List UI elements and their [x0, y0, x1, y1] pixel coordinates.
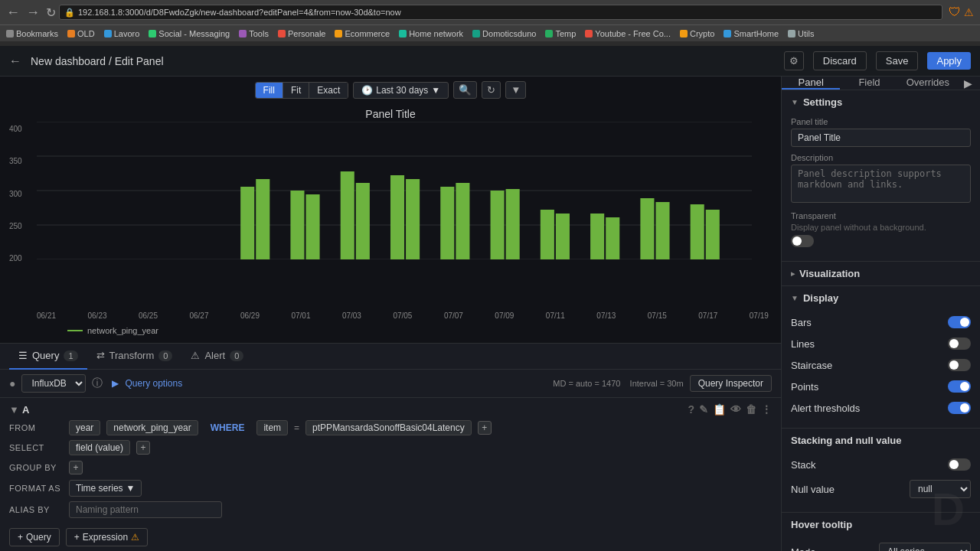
add-select-button[interactable]: + [136, 441, 150, 455]
save-button[interactable]: Save [876, 51, 919, 70]
add-group-by-button[interactable]: + [69, 461, 83, 474]
info-icon[interactable]: ⓘ [92, 377, 103, 390]
field-value[interactable]: field (value) [69, 440, 130, 455]
expand-panel-button[interactable]: ▶ [957, 77, 980, 90]
format-select[interactable]: Time series ▼ [69, 480, 142, 497]
bookmark-domo[interactable]: Domoticsduno [472, 29, 536, 38]
settings-icon-button[interactable]: ⚙ [784, 51, 804, 70]
delete-icon[interactable]: 🗑 [746, 403, 756, 416]
query-inspector-button[interactable]: Query Inspector [690, 375, 772, 392]
visualization-header[interactable]: ▸ Visualization [782, 262, 980, 285]
bar [390, 175, 404, 259]
bookmark-temp[interactable]: Temp [545, 29, 576, 38]
bookmark-smarthome[interactable]: SmartHome [724, 29, 779, 38]
clock-icon: 🕑 [361, 85, 373, 96]
datasource-icon[interactable]: ● [9, 377, 15, 390]
expand-icon[interactable]: ▶ [112, 378, 119, 389]
forward-nav[interactable]: → [26, 5, 40, 21]
help-icon[interactable]: ? [688, 403, 694, 416]
query-builder: ▼ A ? ✎ 📋 👁 🗑 ⋮ FROM [0, 398, 781, 523]
x-label: 06/21 [37, 311, 56, 320]
tab-field[interactable]: Field [840, 77, 898, 90]
bookmark-lavoro[interactable]: Lavoro [104, 29, 140, 38]
search-time-button[interactable]: 🔍 [453, 81, 477, 99]
tab-overrides[interactable]: Overrides [899, 77, 957, 90]
stack-toggle[interactable] [948, 458, 971, 471]
chart-area: Panel Title [6, 103, 775, 343]
bookmark-social[interactable]: Social - Messaging [149, 29, 230, 38]
shield-icon: 🛡 [949, 5, 961, 19]
staircase-toggle[interactable] [948, 359, 971, 371]
plus-icon: + [74, 532, 80, 543]
bookmark-bookmarks[interactable]: Bookmarks [6, 29, 58, 38]
points-toggle[interactable] [948, 380, 971, 393]
watermark: D [932, 483, 965, 536]
discard-button[interactable]: Discard [813, 51, 867, 70]
query-options-link[interactable]: Query options [125, 378, 182, 389]
tab-alert[interactable]: ⚠ Alert 0 [181, 344, 253, 370]
transparent-sub: Display panel without a background. [791, 223, 971, 232]
bar [341, 171, 354, 259]
app-header: ← New dashboard / Edit Panel ⚙ Discard S… [0, 46, 980, 77]
more-options-button[interactable]: ▼ [505, 81, 526, 99]
bookmark-crypto[interactable]: Crypto [680, 29, 714, 38]
transparent-toggle[interactable] [791, 235, 814, 247]
fill-button[interactable]: Fill [256, 83, 283, 98]
reload-btn[interactable]: ↻ [46, 5, 56, 20]
bookmark-tools[interactable]: Tools [239, 29, 269, 38]
add-query-button[interactable]: + Query [9, 528, 60, 546]
where-field[interactable]: item [256, 420, 288, 435]
x-label: 07/19 [750, 311, 769, 320]
lines-toggle[interactable] [948, 337, 971, 350]
copy-icon[interactable]: 📋 [713, 403, 726, 416]
add-expression-button[interactable]: + Expression ⚠ [66, 528, 148, 546]
mode-select[interactable]: All series [879, 543, 971, 551]
alias-input[interactable] [69, 501, 222, 518]
bookmark-personale[interactable]: Personale [278, 29, 326, 38]
from-measurement[interactable]: network_ping_year [106, 420, 198, 435]
bars-toggle[interactable] [948, 316, 971, 328]
bookmark-home[interactable]: Home network [399, 29, 463, 38]
add-where-button[interactable]: + [478, 421, 492, 435]
display-header[interactable]: ▼ Display [782, 286, 980, 310]
tab-query[interactable]: ☰ Query 1 [9, 344, 87, 370]
collapse-icon[interactable]: ▼ [9, 404, 19, 416]
tab-transform[interactable]: ⇄ Transform 0 [87, 344, 182, 370]
meta-text: MD = auto = 1470 Interval = 30m [553, 379, 683, 388]
edit-icon[interactable]: ✎ [699, 403, 708, 416]
back-nav[interactable]: ← [6, 5, 20, 21]
display-content: Bars Lines Staircase Points [782, 310, 980, 428]
datasource-select[interactable]: InfluxDB [21, 374, 86, 393]
back-button[interactable]: ← [9, 54, 21, 68]
collapse-arrow: ▸ [791, 269, 795, 278]
panel-title-input[interactable] [791, 129, 971, 147]
points-label: Points [791, 381, 818, 393]
alert-thresholds-toggle[interactable] [948, 402, 971, 414]
settings-header[interactable]: ▼ Settings [782, 90, 980, 114]
bookmark-utils[interactable]: Utils [788, 29, 814, 38]
x-label: 06/27 [189, 311, 208, 320]
where-value[interactable]: ptPPMansardaSonoffBasic04Latency [305, 420, 472, 435]
alert-thresholds-row: Alert thresholds [791, 399, 971, 417]
eye-icon[interactable]: 👁 [730, 403, 741, 416]
address-bar[interactable]: 🔒 192.168.1.8:3000/d/D8FwdoZgk/new-dashb… [59, 5, 942, 20]
staircase-label: Staircase [791, 360, 832, 371]
alert-icon: ⚠ [191, 350, 200, 361]
drag-icon[interactable]: ⋮ [761, 403, 772, 416]
plus-icon: + [18, 532, 23, 543]
x-label: 06/23 [87, 311, 106, 320]
bookmark-ecommerce[interactable]: Ecommerce [335, 29, 390, 38]
time-range-button[interactable]: 🕑 Last 30 days ▼ [353, 82, 449, 99]
tab-panel[interactable]: Panel [782, 77, 840, 90]
null-value-label: Null value [791, 484, 835, 495]
bar [256, 179, 270, 259]
bar [240, 187, 254, 259]
apply-button[interactable]: Apply [927, 52, 971, 70]
refresh-button[interactable]: ↻ [482, 81, 501, 99]
fit-button[interactable]: Fit [283, 83, 309, 98]
bookmark-youtube[interactable]: Youtube - Free Co... [585, 29, 671, 38]
description-input[interactable] [791, 165, 971, 203]
exact-button[interactable]: Exact [309, 83, 348, 98]
query-icon: ☰ [18, 350, 28, 361]
bookmark-old[interactable]: OLD [67, 29, 95, 38]
